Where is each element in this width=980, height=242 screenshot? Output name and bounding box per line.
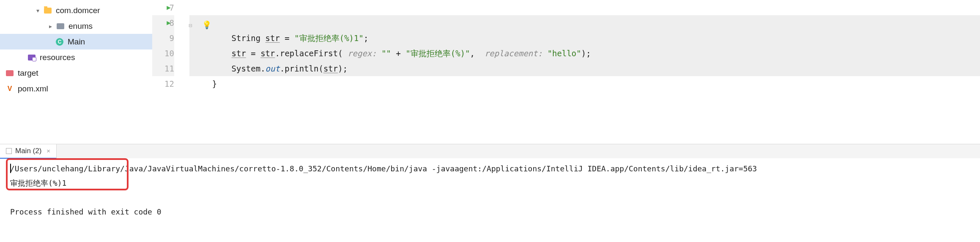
tree-folder-target[interactable]: target [0, 65, 152, 81]
string-literal: "" [381, 49, 391, 58]
tree-label: pom.xml [18, 84, 48, 94]
folder-icon [56, 22, 65, 31]
line-number: 9 [162, 30, 174, 46]
window-icon [6, 148, 12, 154]
code-text: .println( [280, 64, 323, 73]
line-number: 12 [162, 76, 174, 91]
code-text [193, 49, 232, 58]
tree-package[interactable]: com.domcer [0, 3, 152, 18]
var: str [232, 49, 246, 58]
tree-folder-resources[interactable]: resources [0, 50, 152, 65]
string-literal: "hello" [547, 49, 581, 58]
code-text: = [246, 49, 260, 58]
var: str [260, 49, 275, 58]
resources-icon [27, 53, 36, 62]
class-icon: C [55, 37, 64, 47]
run-console[interactable]: /Users/unclehang/Library/Java/JavaVirtua… [0, 158, 980, 239]
tree-label: target [18, 69, 38, 78]
folder-icon [5, 69, 14, 78]
code-text: ); [338, 64, 348, 73]
field: out [266, 64, 280, 73]
code-line[interactable]: str = str.replaceFirst( regex: "" + "审批拒… [189, 46, 980, 61]
tree-label: Main [68, 37, 85, 47]
editor-gutter[interactable]: 7▶ 8▶ 9 10 11 12 [152, 0, 189, 144]
code-text: + [391, 49, 405, 58]
console-output-line: 审批拒绝率(%)1 [10, 176, 980, 190]
console-exit-line: Process finished with exit code 0 [10, 205, 980, 219]
close-icon[interactable]: × [47, 147, 50, 154]
project-tree[interactable]: com.domcer enums C Main resources target… [0, 0, 152, 144]
run-tab-main[interactable]: Main (2) × [0, 144, 57, 159]
param-hint: replacement: [485, 49, 547, 58]
code-text: , [470, 49, 485, 58]
string-literal: "审批拒绝率(%)" [405, 49, 470, 58]
code-line[interactable]: System.out.println(str); [189, 61, 980, 76]
code-text: System. [193, 64, 266, 73]
tree-folder-enums[interactable]: enums [0, 18, 152, 34]
line-number: 10 [162, 46, 174, 61]
run-tab-label: Main (2) [15, 147, 41, 155]
console-blank [10, 190, 980, 205]
maven-icon: V [5, 84, 14, 94]
run-tool-tab-bar[interactable]: Main (2) × [0, 144, 980, 158]
code-line[interactable]: public class Main { [189, 0, 980, 15]
code-line[interactable]: } [189, 76, 980, 91]
tree-label: resources [40, 53, 75, 62]
chevron-down-icon[interactable] [34, 7, 41, 14]
var: str [323, 64, 338, 73]
folder-icon [43, 6, 52, 15]
var: str [266, 33, 280, 43]
tree-file-pom[interactable]: V pom.xml [0, 81, 152, 96]
code-line[interactable]: ⊟ 💡 public static void main(String[] arg… [189, 15, 980, 30]
code-text: ); [581, 49, 591, 58]
run-gutter-icon[interactable]: ▶ [167, 15, 171, 30]
code-text: = [280, 33, 294, 43]
string-literal: "审批拒绝率(%)1" [294, 33, 364, 43]
console-line: /Users/unclehang/Library/Java/JavaVirtua… [10, 162, 980, 176]
code-area[interactable]: public class Main { ⊟ 💡 public static vo… [189, 0, 980, 144]
run-gutter-icon[interactable]: ▶ [167, 0, 171, 15]
code-line[interactable]: String str = "审批拒绝率(%)1"; [189, 30, 980, 46]
tree-file-main[interactable]: C Main [0, 34, 152, 50]
code-editor[interactable]: 7▶ 8▶ 9 10 11 12 public class Main { ⊟ 💡… [152, 0, 980, 144]
line-number: 11 [162, 61, 174, 76]
code-text: .replaceFirst( [275, 49, 348, 58]
code-text: String [193, 33, 266, 43]
code-text: } [193, 79, 217, 88]
chevron-right-icon[interactable] [47, 23, 54, 30]
code-text: ; [364, 33, 368, 43]
tree-label: enums [68, 22, 93, 31]
tree-label: com.domcer [56, 6, 100, 15]
param-hint: regex: [348, 49, 381, 58]
